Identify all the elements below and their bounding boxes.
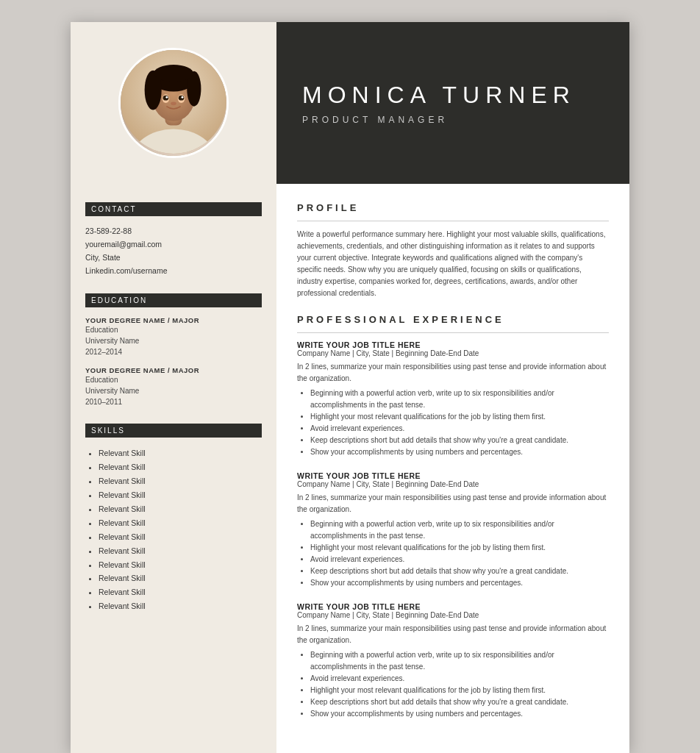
experience-section: PROFESSIONAL EXPERIENCE WRITE YOUR JOB T…	[297, 314, 609, 720]
contact-location: City, State	[85, 251, 262, 265]
skill-6: Relevant Skill	[99, 516, 262, 530]
svg-point-13	[165, 96, 168, 99]
job-bullet-3-1: Beginning with a powerful action verb, w…	[310, 649, 609, 673]
job-bullet-1-1: Beginning with a powerful action verb, w…	[310, 388, 609, 411]
skill-1: Relevant Skill	[99, 446, 262, 460]
contact-info: 23-589-22-88 youremail@gmail.com City, S…	[85, 225, 262, 277]
job-title-3: WRITE YOUR JOB TITLE HERE	[297, 602, 609, 611]
job-bullet-3-2: Avoid irrelevant experiences.	[310, 673, 609, 685]
job-company-3: Company Name | City, State | Beginning D…	[297, 611, 609, 619]
sidebar: CONTACT 23-589-22-88 youremail@gmail.com…	[71, 184, 276, 753]
job-entry-1: WRITE YOUR JOB TITLE HERE Company Name |…	[297, 340, 609, 458]
job-title-1: WRITE YOUR JOB TITLE HERE	[297, 340, 609, 349]
job-bullet-2-4: Keep descriptions short but add details …	[310, 565, 609, 577]
education-entry-1: YOUR DEGREE NAME / MAJOR Education Unive…	[85, 316, 262, 357]
job-bullets-3: Beginning with a powerful action verb, w…	[297, 649, 609, 720]
profile-text: Write a powerful performance summary her…	[297, 229, 609, 299]
job-entry-2: WRITE YOUR JOB TITLE HERE Company Name |…	[297, 471, 609, 589]
contact-header: CONTACT	[85, 202, 262, 216]
contact-section: CONTACT 23-589-22-88 youremail@gmail.com…	[85, 202, 262, 277]
job-company-1: Company Name | City, State | Beginning D…	[297, 349, 609, 357]
job-bullet-2-2: Highlight your most relevant qualificati…	[310, 542, 609, 554]
skill-3: Relevant Skill	[99, 474, 262, 488]
job-bullet-1-4: Keep descriptions short but add details …	[310, 435, 609, 446]
svg-point-15	[171, 101, 176, 105]
profile-section: PROFILE Write a powerful performance sum…	[297, 202, 609, 299]
job-desc-1: In 2 lines, summarize your main responsi…	[297, 361, 609, 384]
job-bullet-1-5: Show your accomplishments by using numbe…	[310, 446, 609, 458]
edu-school-2: University Name	[85, 385, 262, 396]
contact-email: youremail@gmail.com	[85, 238, 262, 251]
skill-12: Relevant Skill	[99, 599, 262, 613]
education-section: EDUCATION YOUR DEGREE NAME / MAJOR Educa…	[85, 293, 262, 407]
main-content: PROFILE Write a powerful performance sum…	[276, 184, 629, 753]
skills-header: SKILLS	[85, 424, 262, 438]
job-bullet-2-3: Avoid irrelevant experiences.	[310, 554, 609, 565]
job-company-2: Company Name | City, State | Beginning D…	[297, 480, 609, 488]
skill-10: Relevant Skill	[99, 571, 262, 585]
job-bullet-1-2: Highlight your most relevant qualificati…	[310, 411, 609, 423]
contact-phone: 23-589-22-88	[85, 225, 262, 238]
skill-2: Relevant Skill	[99, 460, 262, 474]
skill-11: Relevant Skill	[99, 585, 262, 599]
svg-point-14	[182, 96, 184, 99]
edu-type-2: Education	[85, 374, 262, 385]
header-photo-area	[71, 22, 276, 184]
skill-4: Relevant Skill	[99, 488, 262, 502]
profile-photo	[118, 48, 229, 158]
job-bullet-3-3: Highlight your most relevant qualificati…	[310, 685, 609, 696]
svg-point-11	[163, 96, 169, 101]
job-entry-3: WRITE YOUR JOB TITLE HERE Company Name |…	[297, 602, 609, 720]
edu-years-1: 2012–2014	[85, 346, 262, 357]
profile-divider	[297, 221, 609, 221]
body: CONTACT 23-589-22-88 youremail@gmail.com…	[71, 184, 629, 753]
job-bullet-2-5: Show your accomplishments by using numbe…	[310, 577, 609, 589]
skills-list: Relevant Skill Relevant Skill Relevant S…	[85, 446, 262, 613]
header-info: MONICA TURNER PRODUCT MANAGER	[276, 22, 629, 184]
education-entry-2: YOUR DEGREE NAME / MAJOR Education Unive…	[85, 366, 262, 407]
candidate-name: MONICA TURNER	[302, 82, 604, 109]
skill-7: Relevant Skill	[99, 530, 262, 544]
job-desc-2: In 2 lines, summarize your main responsi…	[297, 492, 609, 515]
header: MONICA TURNER PRODUCT MANAGER	[71, 22, 629, 184]
edu-school-1: University Name	[85, 335, 262, 346]
job-desc-3: In 2 lines, summarize your main responsi…	[297, 623, 609, 646]
job-bullet-3-5: Show your accomplishments by using numbe…	[310, 708, 609, 720]
photo-placeholder	[121, 50, 226, 156]
job-bullet-3-4: Keep descriptions short but add details …	[310, 696, 609, 708]
experience-label: PROFESSIONAL EXPERIENCE	[297, 314, 609, 325]
job-bullet-2-1: Beginning with a powerful action verb, w…	[310, 518, 609, 542]
skill-5: Relevant Skill	[99, 502, 262, 516]
edu-degree-1: YOUR DEGREE NAME / MAJOR	[85, 316, 262, 324]
education-header: EDUCATION	[85, 293, 262, 307]
svg-point-8	[154, 65, 193, 82]
job-bullets-1: Beginning with a powerful action verb, w…	[297, 388, 609, 458]
job-bullet-1-3: Avoid irrelevant experiences.	[310, 423, 609, 435]
job-bullets-2: Beginning with a powerful action verb, w…	[297, 518, 609, 589]
experience-divider	[297, 332, 609, 333]
skill-8: Relevant Skill	[99, 544, 262, 558]
profile-label: PROFILE	[297, 202, 609, 213]
resume-page: MONICA TURNER PRODUCT MANAGER CONTACT 23…	[71, 22, 629, 753]
edu-type-1: Education	[85, 324, 262, 335]
edu-degree-2: YOUR DEGREE NAME / MAJOR	[85, 366, 262, 374]
contact-linkedin: Linkedin.com/username	[85, 265, 262, 278]
skill-9: Relevant Skill	[99, 558, 262, 572]
candidate-title: PRODUCT MANAGER	[302, 115, 604, 125]
edu-years-2: 2010–2011	[85, 396, 262, 407]
skills-section: SKILLS Relevant Skill Relevant Skill Rel…	[85, 424, 262, 613]
svg-point-12	[179, 96, 185, 101]
job-title-2: WRITE YOUR JOB TITLE HERE	[297, 471, 609, 480]
